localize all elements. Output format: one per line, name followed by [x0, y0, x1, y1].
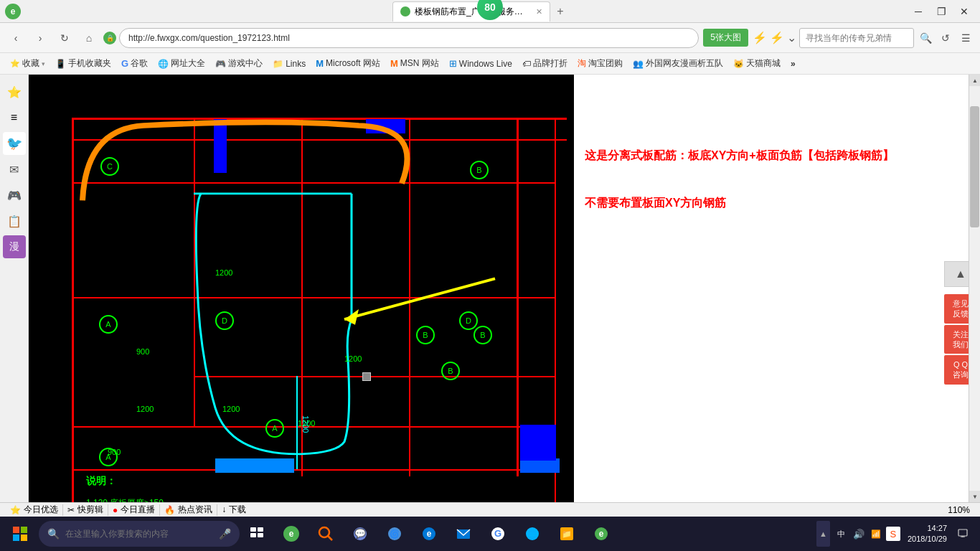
- bookmark-tmall[interactable]: 🐱 天猫商城: [729, 56, 785, 71]
- taskbar-app-search[interactable]: [310, 518, 341, 550]
- taskbar-app-explore[interactable]: 📁: [551, 518, 583, 550]
- taskbar-app-green[interactable]: e: [585, 518, 617, 550]
- network-icon[interactable]: 📶: [869, 527, 883, 541]
- taskbar-search-input[interactable]: [65, 529, 213, 539]
- taskbar-app-browser[interactable]: e: [275, 518, 307, 550]
- scroll-thumb[interactable]: [970, 106, 979, 227]
- feedback-label-line1: 意见: [953, 299, 969, 308]
- cad-circle-B2: B: [416, 326, 435, 344]
- restore-button[interactable]: ❐: [931, 4, 951, 19]
- search-icon[interactable]: 🔍: [917, 29, 934, 47]
- folder-icon: 📁: [273, 59, 283, 69]
- taskbar-app-google[interactable]: G: [482, 518, 514, 550]
- svg-rect-5: [13, 527, 19, 533]
- taskbar-task-view[interactable]: [241, 518, 273, 550]
- bookmark-games[interactable]: 🎮 游戏中心: [211, 56, 267, 71]
- system-clock[interactable]: 14:27 2018/10/29: [905, 523, 950, 545]
- svg-text:🌐: 🌐: [527, 529, 537, 539]
- address-right-controls: ⚡ ⚡ ⌄ 🔍 ↺ ☰: [753, 28, 974, 48]
- sidebar-document-icon[interactable]: 📋: [3, 209, 26, 232]
- taskbar-app-chat[interactable]: 💬: [344, 518, 376, 550]
- speaker-icon[interactable]: 🔊: [852, 527, 866, 541]
- keyboard-layout-icon[interactable]: 中: [834, 527, 849, 541]
- sidebar-mail-icon[interactable]: ✉: [3, 158, 26, 181]
- dropdown-icon[interactable]: ⌄: [787, 31, 796, 44]
- taskbar-app-refresh[interactable]: 🌀: [379, 518, 410, 550]
- microphone-icon[interactable]: 🎤: [219, 528, 231, 540]
- bookmark-favorites[interactable]: ⭐ 收藏 ▾: [6, 56, 50, 71]
- browser-logo[interactable]: e: [0, 0, 26, 23]
- bookmark-windows-live[interactable]: ⊞ Windows Live: [445, 57, 517, 70]
- url-input[interactable]: [119, 28, 699, 48]
- follow-label-line1: 关注: [953, 330, 969, 339]
- google-icon: G: [121, 58, 128, 69]
- bookmark-webindex[interactable]: 🌐 网址大全: [154, 56, 209, 71]
- bookmark-taobao[interactable]: 淘 淘宝团购: [573, 56, 627, 71]
- bookmark-links[interactable]: 📁 Links: [268, 57, 310, 70]
- close-button[interactable]: ✕: [954, 4, 974, 19]
- svg-text:e: e: [289, 529, 294, 539]
- taobao-icon: 淘: [578, 57, 586, 70]
- cad-circle-A2: A: [99, 448, 118, 466]
- tab-title: 楼板钢筋布置_广联达服务新干线: [415, 6, 529, 18]
- forward-button[interactable]: ›: [30, 28, 50, 48]
- cad-circle-A3: A: [265, 419, 284, 438]
- bookmark-brand[interactable]: 🏷 品牌打折: [518, 56, 572, 71]
- menu-icon[interactable]: ☰: [957, 29, 974, 47]
- quick-settings: 中 🔊 📶 S: [834, 527, 900, 541]
- tab-close-button[interactable]: ✕: [536, 7, 542, 17]
- bookmark-more[interactable]: »: [786, 57, 800, 70]
- cad-drawing-area[interactable]: 1200 900 1200 1200 1200 900 1200 B C D D…: [29, 75, 574, 517]
- feedback-label-line2: 反馈: [953, 309, 969, 318]
- mobile-icon: 📱: [55, 59, 66, 69]
- sidebar-weibo-icon[interactable]: 🐦: [3, 132, 26, 155]
- tray-up-icon[interactable]: ▲: [819, 529, 827, 538]
- big-image-label: 5张大图: [710, 32, 741, 44]
- bookmark-label: 天猫商城: [746, 57, 781, 70]
- statusbar-download[interactable]: ↓ 下载: [217, 504, 250, 516]
- star-icon: ⭐: [10, 59, 20, 68]
- cad-label-1200-2: 1200: [344, 354, 362, 363]
- minimize-button[interactable]: ─: [908, 4, 928, 19]
- big-image-button[interactable]: 5张大图: [703, 29, 748, 47]
- bookmark-foreign[interactable]: 👥 外国网友漫画析五队: [628, 56, 727, 71]
- sidebar-favorite-icon[interactable]: ⭐: [3, 80, 26, 103]
- taskbar-search-bar[interactable]: 🔍 🎤: [39, 521, 240, 547]
- taskbar-app-ie[interactable]: e: [413, 518, 445, 550]
- sidebar-manga-icon[interactable]: 漫: [3, 235, 26, 258]
- bookmark-msn[interactable]: M MSN 网站: [386, 56, 443, 71]
- lightning2-icon: ⚡: [770, 31, 784, 44]
- tab-favicon: [400, 6, 410, 17]
- refresh-icon[interactable]: ↺: [937, 29, 954, 47]
- sougou-icon[interactable]: S: [886, 527, 900, 541]
- scroll-track[interactable]: [969, 86, 980, 491]
- search-input[interactable]: [799, 28, 914, 48]
- sidebar-game-icon[interactable]: 🎮: [3, 184, 26, 207]
- notification-center-button[interactable]: [954, 525, 971, 542]
- back-button[interactable]: ‹: [6, 28, 26, 48]
- annotation-block-1: 这是分离式板配筋：板底XY方向+板面负筋【包括跨板钢筋】: [585, 146, 969, 165]
- statusbar-today[interactable]: ⭐ 今日优选: [6, 504, 62, 516]
- taskbar-search-icon: 🔍: [47, 528, 60, 540]
- zoom-level[interactable]: 110%: [943, 505, 974, 515]
- start-button[interactable]: [3, 517, 37, 551]
- taskbar-app-mail[interactable]: [448, 518, 479, 550]
- active-tab[interactable]: 楼板钢筋布置_广联达服务新干线 ✕: [392, 1, 550, 22]
- taskbar-app-glianid[interactable]: 🌐: [517, 518, 548, 550]
- taskbar-apps: e 💬 🌀 e G 🌐 📁 e: [241, 518, 617, 550]
- sidebar-menu-icon[interactable]: ≡: [3, 106, 26, 129]
- vertical-scrollbar[interactable]: ▲ ▼: [969, 75, 980, 502]
- statusbar-hotinfo[interactable]: 🔥 热点资讯: [160, 504, 217, 516]
- statusbar-live[interactable]: ● 今日直播: [108, 504, 159, 516]
- refresh-button[interactable]: ↻: [55, 28, 75, 48]
- home-button[interactable]: ⌂: [79, 28, 99, 48]
- statusbar-quickclip[interactable]: ✂ 快剪辑: [63, 504, 108, 516]
- scroll-down-button[interactable]: ▼: [969, 491, 980, 502]
- scroll-up-button[interactable]: ▲: [969, 75, 980, 86]
- bookmark-mobile[interactable]: 📱 手机收藏夹: [51, 56, 116, 71]
- new-tab-button[interactable]: +: [550, 1, 570, 22]
- bookmark-google[interactable]: G 谷歌: [117, 56, 152, 71]
- bookmark-microsoft[interactable]: M Microsoft 网站: [311, 56, 385, 71]
- statusbar-download-label: ↓ 下载: [222, 504, 245, 516]
- cad-marker: [362, 372, 371, 381]
